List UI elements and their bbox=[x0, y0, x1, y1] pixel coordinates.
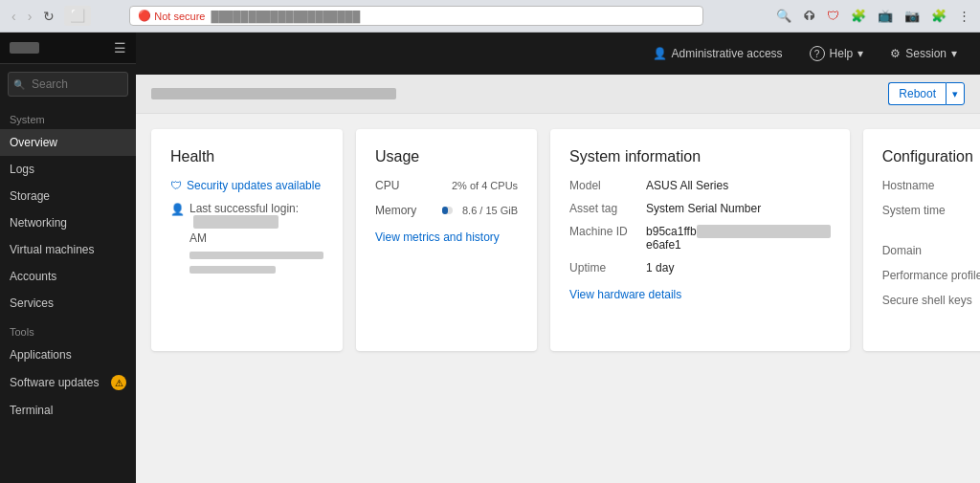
software-updates-label: Software updates bbox=[10, 376, 99, 389]
config-card: Configuration Hostname ██████████ System… bbox=[863, 129, 980, 351]
memory-value: 8.6 / 15 GiB bbox=[462, 205, 518, 216]
usage-card: Usage CPU 2% of 4 CPUs Memory 8.6 / 1 bbox=[356, 129, 537, 351]
asset-tag-value: System Serial Number bbox=[646, 202, 761, 215]
sidebar: ████ ☰ System Overview Logs Storage Netw… bbox=[0, 33, 136, 483]
machine-id-row: Machine ID b95ca1ffb████████████████e6af… bbox=[569, 225, 831, 252]
puzzle-icon[interactable]: 🧩 bbox=[929, 7, 948, 25]
domain-label: Domain bbox=[882, 244, 980, 257]
sidebar-item-logs[interactable]: Logs bbox=[0, 156, 136, 183]
main-content: ████████ ████████████████████████ Reboot… bbox=[136, 75, 980, 483]
admin-access-label: Administrative access bbox=[672, 47, 783, 60]
hostname-label: Hostname bbox=[882, 179, 980, 192]
system-time-row: System time Sep 29, 2024, 12:19 AM i bbox=[882, 204, 980, 232]
config-card-title: Configuration bbox=[882, 148, 980, 165]
session-label: Session bbox=[905, 47, 947, 60]
perf-label: Performance profile bbox=[882, 269, 980, 282]
blurred-line-1 bbox=[189, 252, 323, 259]
login-time: AM bbox=[189, 231, 323, 245]
cpu-usage-row: CPU 2% of 4 CPUs bbox=[375, 179, 518, 192]
sidebar-item-applications[interactable]: Applications bbox=[0, 341, 136, 368]
model-row: Model ASUS All Series bbox=[569, 179, 831, 192]
uptime-row: Uptime 1 day bbox=[569, 261, 831, 274]
admin-icon: 👤 bbox=[653, 47, 667, 60]
reboot-dropdown-button[interactable]: ▾ bbox=[946, 82, 965, 105]
browser-search-icon[interactable]: 🔍 bbox=[774, 7, 793, 25]
not-secure-label: Not secure bbox=[154, 11, 205, 22]
sidebar-title: ████ bbox=[10, 42, 39, 54]
help-circle-icon: ? bbox=[810, 46, 825, 61]
ssh-row: Secure shell keys Show fingerprints bbox=[882, 294, 980, 320]
admin-access-button[interactable]: 👤 Administrative access bbox=[645, 43, 791, 64]
sidebar-item-software-updates[interactable]: Software updates ⚠ bbox=[0, 368, 136, 397]
system-info-card: System information Model ASUS All Series… bbox=[550, 129, 850, 351]
address-bar[interactable]: 🔴 Not secure ████████████████████ bbox=[129, 6, 703, 26]
extension-alert-icon[interactable]: 🧩 bbox=[849, 7, 868, 25]
session-chevron-icon: ▾ bbox=[951, 47, 957, 60]
ssh-label: Secure shell keys bbox=[882, 294, 980, 307]
sidebar-item-accounts[interactable]: Accounts bbox=[0, 263, 136, 290]
breadcrumb-bar: ████████ ████████████████████████ Reboot… bbox=[136, 75, 980, 114]
health-card: Health 🛡 Security updates available 👤 La… bbox=[151, 129, 343, 351]
screen-icon: ⬜ bbox=[70, 9, 85, 23]
url-text: ████████████████████ bbox=[211, 11, 360, 22]
uptime-label: Uptime bbox=[569, 261, 646, 274]
system-time-label: System time bbox=[882, 204, 980, 217]
security-updates-link[interactable]: 🛡 Security updates available bbox=[170, 179, 323, 192]
sidebar-item-storage[interactable]: Storage bbox=[0, 183, 136, 209]
perf-row: Performance profile none bbox=[882, 269, 980, 282]
asset-tag-row: Asset tag System Serial Number bbox=[569, 202, 831, 215]
not-secure-indicator: 🔴 Not secure bbox=[138, 10, 205, 22]
sidebar-toggle-button[interactable]: ☰ bbox=[114, 40, 126, 55]
sidebar-search-area bbox=[0, 64, 136, 104]
dashboard-grid: Health 🛡 Security updates available 👤 La… bbox=[136, 114, 980, 366]
sidebar-item-services[interactable]: Services bbox=[0, 290, 136, 317]
search-input[interactable] bbox=[8, 72, 128, 97]
help-chevron-icon: ▾ bbox=[858, 47, 863, 60]
gear-icon: ⚙ bbox=[890, 47, 901, 60]
help-label: Help bbox=[830, 47, 854, 60]
session-button[interactable]: ⚙ Session ▾ bbox=[882, 43, 965, 64]
memory-label: Memory bbox=[375, 204, 433, 217]
login-date: ██████████ bbox=[193, 215, 278, 229]
search-wrapper bbox=[8, 72, 128, 97]
back-button[interactable]: ‹ bbox=[8, 7, 20, 26]
sidebar-item-terminal[interactable]: Terminal bbox=[0, 397, 136, 424]
machine-id-label: Machine ID bbox=[569, 225, 646, 252]
reload-button[interactable]: ↻ bbox=[39, 7, 58, 26]
login-label: Last successful login: ██████████ bbox=[189, 202, 323, 229]
topbar: 👤 Administrative access ? Help ▾ ⚙ Sessi… bbox=[136, 33, 980, 75]
reboot-button[interactable]: Reboot bbox=[888, 82, 946, 105]
cast-icon[interactable]: 📺 bbox=[876, 7, 895, 25]
reboot-area: Reboot ▾ bbox=[888, 82, 965, 105]
sidebar-item-overview[interactable]: Overview bbox=[0, 129, 136, 156]
forward-button[interactable]: › bbox=[24, 7, 36, 26]
view-metrics-link[interactable]: View metrics and history bbox=[375, 231, 518, 244]
sidebar-item-networking[interactable]: Networking bbox=[0, 209, 136, 236]
model-value: ASUS All Series bbox=[646, 179, 728, 192]
shield-icon[interactable]: 🛡 bbox=[825, 7, 841, 25]
memory-progress-track bbox=[442, 207, 453, 214]
cpu-label: CPU bbox=[375, 179, 433, 192]
machine-id-value: b95ca1ffb████████████████e6afe1 bbox=[646, 225, 831, 252]
breadcrumb-text: ████████ ████████████████████████ bbox=[151, 88, 396, 99]
breadcrumb: ████████ ████████████████████████ bbox=[151, 88, 396, 99]
asset-tag-label: Asset tag bbox=[569, 202, 646, 215]
hostname-row: Hostname ██████████ bbox=[882, 179, 980, 192]
lock-icon: 🔴 bbox=[138, 10, 151, 22]
help-button[interactable]: ? Help ▾ bbox=[802, 42, 872, 65]
view-hardware-link[interactable]: View hardware details bbox=[569, 288, 831, 301]
share-icon[interactable]: ⮉ bbox=[801, 7, 817, 25]
system-section-label: System bbox=[0, 104, 136, 129]
memory-usage-row: Memory 8.6 / 15 GiB bbox=[375, 204, 518, 217]
browser-nav: ‹ › ↻ bbox=[8, 7, 58, 26]
browser-icons: 🔍 ⮉ 🛡 🧩 📺 📷 🧩 ⋮ bbox=[774, 7, 972, 25]
memory-progress-bar bbox=[442, 207, 448, 214]
sidebar-header: ████ ☰ bbox=[0, 33, 136, 64]
right-panel: 👤 Administrative access ? Help ▾ ⚙ Sessi… bbox=[136, 33, 980, 483]
menu-icon[interactable]: ⋮ bbox=[956, 7, 972, 25]
screenshot-icon[interactable]: 📷 bbox=[902, 7, 922, 25]
sidebar-item-virtual-machines[interactable]: Virtual machines bbox=[0, 236, 136, 263]
app-layout: ████ ☰ System Overview Logs Storage Netw… bbox=[0, 33, 980, 483]
software-updates-badge: ⚠ bbox=[111, 375, 126, 390]
login-text-block: Last successful login: ██████████ AM bbox=[189, 202, 323, 274]
